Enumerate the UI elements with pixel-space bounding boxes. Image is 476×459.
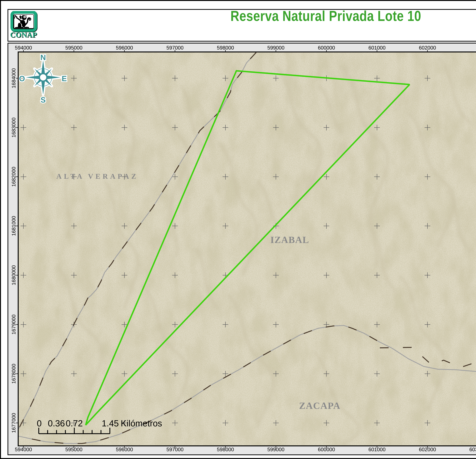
svg-text:O: O [19, 74, 25, 83]
svg-text:1.45: 1.45 [102, 418, 119, 428]
svg-text:N: N [40, 53, 46, 62]
svg-text:0: 0 [37, 418, 42, 428]
svg-text:0.72: 0.72 [66, 418, 83, 428]
svg-text:Kilómetros: Kilómetros [121, 418, 162, 428]
svg-text:S: S [41, 96, 46, 104]
svg-text:0.36: 0.36 [48, 418, 65, 428]
svg-text:E: E [62, 74, 67, 83]
svg-text:CONAP: CONAP [10, 31, 37, 39]
svg-text:IZABAL: IZABAL [270, 234, 309, 245]
svg-text:ZACAPA: ZACAPA [299, 400, 340, 411]
